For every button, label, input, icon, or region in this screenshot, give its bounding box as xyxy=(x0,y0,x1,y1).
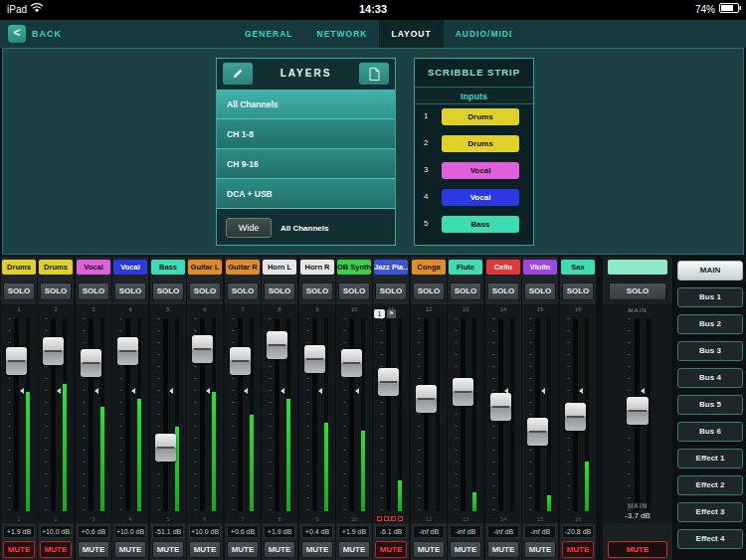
fader-area: 1414 xyxy=(485,304,521,523)
channel-name[interactable]: Horn R xyxy=(300,260,334,275)
fader-handle[interactable] xyxy=(490,393,511,421)
channel-name[interactable]: Vocal xyxy=(77,260,110,275)
nav-bar: < BACK GENERALNETWORKLAYOUTAUDIO/MIDI xyxy=(0,20,746,48)
fader-handle[interactable] xyxy=(117,337,138,365)
fader-handle[interactable] xyxy=(341,349,362,377)
mute-button[interactable]: MUTE xyxy=(78,541,109,558)
fader-handle[interactable] xyxy=(155,434,176,462)
channel-name[interactable]: Flute xyxy=(449,260,482,275)
channel-name[interactable]: Drums xyxy=(2,260,36,275)
fader-handle[interactable] xyxy=(267,331,287,359)
main-mute-button[interactable]: MUTE xyxy=(608,541,667,558)
tab-audio-midi[interactable]: AUDIO/MIDI xyxy=(444,20,525,48)
mute-button[interactable]: MUTE xyxy=(413,541,445,558)
output-select-bus-6[interactable]: Bus 6 xyxy=(677,422,743,442)
channel-name[interactable]: Violin xyxy=(523,260,557,275)
solo-button[interactable]: SOLO xyxy=(227,282,259,300)
solo-button[interactable]: SOLO xyxy=(413,282,445,300)
main-solo-button[interactable]: SOLO xyxy=(609,282,666,300)
tab-layout[interactable]: LAYOUT xyxy=(379,20,443,48)
input-name-button[interactable]: Bass xyxy=(442,216,519,233)
tab-general[interactable]: GENERAL xyxy=(233,20,305,48)
layer-item-ch-9-16[interactable]: CH 9-16 xyxy=(217,149,395,179)
channel-name[interactable]: Conga xyxy=(412,260,446,275)
mute-button[interactable]: MUTE xyxy=(301,541,333,558)
layer-item-all-channels[interactable]: All Channels xyxy=(217,90,395,119)
mute-button[interactable]: MUTE xyxy=(338,541,370,558)
mute-button[interactable]: MUTE xyxy=(562,541,594,558)
mute-button[interactable]: MUTE xyxy=(152,541,184,558)
channel-name[interactable]: Horn L xyxy=(263,260,296,275)
input-number: 2 xyxy=(424,138,428,147)
solo-button[interactable]: SOLO xyxy=(301,282,333,300)
mute-button[interactable]: MUTE xyxy=(3,541,35,558)
fader-handle[interactable] xyxy=(6,347,27,375)
fader-handle[interactable] xyxy=(527,418,548,446)
solo-button[interactable]: SOLO xyxy=(524,282,556,300)
mute-button[interactable]: MUTE xyxy=(189,541,221,558)
mute-button[interactable]: MUTE xyxy=(227,541,259,558)
input-name-button[interactable]: Drums xyxy=(442,135,519,152)
input-name-button[interactable]: Vocal xyxy=(442,189,519,206)
fader-handle[interactable] xyxy=(81,349,101,377)
wide-toggle-button[interactable]: Wide xyxy=(226,218,272,238)
output-select-effect-2[interactable]: Effect 2 xyxy=(677,475,743,495)
mute-button[interactable]: MUTE xyxy=(40,541,72,558)
fader-handle[interactable] xyxy=(565,403,586,431)
output-select-bus-5[interactable]: Bus 5 xyxy=(677,395,743,415)
solo-button[interactable]: SOLO xyxy=(189,282,221,300)
solo-button[interactable]: SOLO xyxy=(487,282,519,300)
mute-button[interactable]: MUTE xyxy=(524,541,556,558)
solo-button[interactable]: SOLO xyxy=(562,282,594,300)
solo-button[interactable]: SOLO xyxy=(152,282,184,300)
output-select-bus-1[interactable]: Bus 1 xyxy=(677,287,743,307)
solo-button[interactable]: SOLO xyxy=(375,282,407,300)
channel-name[interactable]: OB Synth xyxy=(337,260,371,275)
channel-name[interactable]: Guitar L xyxy=(188,260,222,275)
fader-handle[interactable] xyxy=(230,347,251,375)
channel-name[interactable]: Bass xyxy=(151,260,185,275)
layer-item-ch-1-8[interactable]: CH 1-8 xyxy=(217,119,395,149)
add-layer-button[interactable] xyxy=(359,63,389,85)
output-select-effect-3[interactable]: Effect 3 xyxy=(677,502,743,522)
mute-button[interactable]: MUTE xyxy=(450,541,481,558)
tab-network[interactable]: NETWORK xyxy=(305,20,380,48)
main-scribble-strip[interactable] xyxy=(608,260,667,275)
output-select-effect-4[interactable]: Effect 4 xyxy=(677,529,743,549)
solo-button[interactable]: SOLO xyxy=(40,282,72,300)
solo-button[interactable]: SOLO xyxy=(450,282,481,300)
input-name-button[interactable]: Vocal xyxy=(442,162,519,179)
fader-handle[interactable] xyxy=(378,368,399,396)
channel-number-bottom: 3 xyxy=(76,516,111,522)
output-select-bus-2[interactable]: Bus 2 xyxy=(677,314,743,334)
output-select-bus-4[interactable]: Bus 4 xyxy=(677,368,743,388)
solo-button[interactable]: SOLO xyxy=(3,282,35,300)
fader-handle[interactable] xyxy=(416,385,437,413)
fader-handle[interactable] xyxy=(304,345,325,373)
channel-name[interactable]: Vocal xyxy=(113,260,147,275)
mute-button[interactable]: MUTE xyxy=(375,541,407,558)
layer-item-dca-usb[interactable]: DCA + USB xyxy=(217,179,395,209)
mute-button[interactable]: MUTE xyxy=(264,541,295,558)
fader-handle[interactable] xyxy=(43,337,64,365)
fader-handle[interactable] xyxy=(453,378,473,406)
output-select-effect-1[interactable]: Effect 1 xyxy=(677,449,743,468)
main-fader-handle[interactable] xyxy=(627,397,649,425)
channel-name[interactable]: Cello xyxy=(486,260,520,275)
input-name-button[interactable]: Drums xyxy=(442,108,519,125)
solo-button[interactable]: SOLO xyxy=(264,282,295,300)
output-select-main[interactable]: MAIN xyxy=(677,261,743,280)
channel-name[interactable]: Guitar R xyxy=(226,260,260,275)
edit-layers-button[interactable] xyxy=(223,63,253,85)
fader-handle[interactable] xyxy=(192,335,213,363)
mute-button[interactable]: MUTE xyxy=(114,541,146,558)
channel-name[interactable]: Sax xyxy=(561,260,595,275)
channel-name[interactable]: Jazz Pia… xyxy=(374,260,408,275)
mute-button[interactable]: MUTE xyxy=(487,541,519,558)
solo-button[interactable]: SOLO xyxy=(78,282,109,300)
channel-name[interactable]: Drums xyxy=(39,260,73,275)
solo-button[interactable]: SOLO xyxy=(114,282,146,300)
back-button[interactable]: < BACK xyxy=(8,25,62,43)
output-select-bus-3[interactable]: Bus 3 xyxy=(677,341,743,361)
solo-button[interactable]: SOLO xyxy=(338,282,370,300)
